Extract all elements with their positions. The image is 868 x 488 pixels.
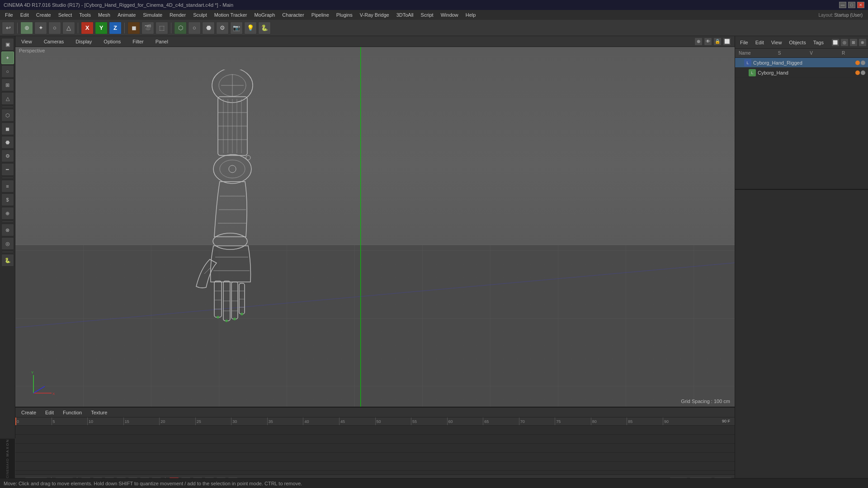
title-text: CINEMA 4D R17.016 Studio (R17) - [Cyborg… bbox=[4, 2, 233, 8]
x-axis-button[interactable]: X bbox=[81, 22, 94, 34]
object-mode-button[interactable]: ◼ bbox=[127, 22, 140, 34]
vp-menu-options[interactable]: Options bbox=[101, 38, 123, 45]
menu-3dtoall[interactable]: 3DToAll bbox=[393, 11, 417, 19]
minimize-button[interactable]: — bbox=[839, 2, 846, 8]
object-item-cyborg-hand[interactable]: L Cyborg_Hand bbox=[735, 68, 868, 78]
obj-menu-view[interactable]: View bbox=[769, 39, 784, 46]
tool-snap[interactable]: ◎ bbox=[1, 237, 14, 250]
geometry-button[interactable]: ⬡ bbox=[174, 22, 187, 34]
vp-menu-display[interactable]: Display bbox=[73, 38, 94, 45]
col-r: R bbox=[842, 51, 845, 56]
vp-menu-filter[interactable]: Filter bbox=[130, 38, 146, 45]
viewport-canvas[interactable]: X Y Grid Spacing : 100 cm bbox=[15, 47, 735, 407]
menu-pipeline[interactable]: Pipeline bbox=[308, 11, 332, 19]
tool-polygon[interactable]: △ bbox=[1, 92, 14, 105]
tool-move[interactable]: ✦ bbox=[1, 52, 14, 64]
tool-bevel[interactable]: ⚙ bbox=[1, 150, 14, 162]
tl-track-3 bbox=[15, 444, 735, 453]
tl-menu-texture[interactable]: Texture bbox=[89, 409, 109, 416]
svg-point-50 bbox=[241, 313, 243, 315]
menu-sculpt[interactable]: Sculpt bbox=[190, 11, 210, 19]
menu-plugins[interactable]: Plugins bbox=[333, 11, 356, 19]
obj-menu-tags[interactable]: Tags bbox=[811, 39, 826, 46]
ruler-mark-90: 90 bbox=[663, 418, 669, 425]
menu-file[interactable]: File bbox=[2, 11, 16, 19]
camera-button[interactable]: 📷 bbox=[230, 22, 243, 34]
tl-track-4 bbox=[15, 453, 735, 462]
vp-menu-panel[interactable]: Panel bbox=[153, 38, 170, 45]
tool-matrix[interactable]: ⊕ bbox=[1, 207, 14, 220]
viewport: View Cameras Display Options Filter Pane… bbox=[15, 36, 735, 407]
maximize-button[interactable]: □ bbox=[848, 2, 855, 8]
menu-character[interactable]: Character bbox=[279, 11, 307, 19]
tool-python[interactable]: 🐍 bbox=[1, 254, 14, 267]
right-panel: File Edit View Objects Tags ⬜ ◎ ⊞ ⊗ ⊕ Na… bbox=[735, 36, 868, 488]
vp-menu-view[interactable]: View bbox=[19, 38, 34, 45]
dot-orange-2 bbox=[855, 70, 860, 75]
python-button[interactable]: 🐍 bbox=[258, 22, 271, 34]
obj-icon-hand: L bbox=[749, 69, 756, 76]
y-axis-button[interactable]: Y bbox=[95, 22, 108, 34]
menu-edit[interactable]: Edit bbox=[17, 11, 32, 19]
menu-tools[interactable]: Tools bbox=[76, 11, 94, 19]
timeline-ruler[interactable]: 0 5 10 15 20 25 30 35 40 45 50 55 60 65 … bbox=[15, 418, 735, 426]
deformer-button[interactable]: ⚙ bbox=[216, 22, 229, 34]
vp-icon-expand[interactable]: ⬜ bbox=[723, 38, 731, 46]
viewport-header: View Cameras Display Options Filter Pane… bbox=[15, 36, 735, 47]
menu-simulate[interactable]: Simulate bbox=[140, 11, 165, 19]
select-all-button[interactable]: △ bbox=[62, 22, 75, 34]
menu-script[interactable]: Script bbox=[418, 11, 437, 19]
menu-vray[interactable]: V-Ray Bridge bbox=[357, 11, 392, 19]
render-button[interactable]: ⬚ bbox=[156, 22, 168, 34]
z-axis-button[interactable]: Z bbox=[109, 22, 122, 34]
undo-button[interactable]: ↩ bbox=[2, 22, 14, 34]
ruler-mark-50: 50 bbox=[375, 418, 381, 425]
tl-menu-create[interactable]: Create bbox=[19, 409, 38, 416]
timeline-tracks[interactable] bbox=[15, 426, 735, 474]
light-button[interactable]: 💡 bbox=[244, 22, 257, 34]
tool-rigging[interactable]: ⊗ bbox=[1, 224, 14, 236]
object-item-cyborg-rigged[interactable]: L Cyborg_Hand_Rigged bbox=[735, 58, 868, 68]
menu-render[interactable]: Render bbox=[166, 11, 189, 19]
obj-icon-3[interactable]: ⊞ bbox=[849, 38, 858, 47]
menu-mesh[interactable]: Mesh bbox=[95, 11, 113, 19]
obj-menu-objects[interactable]: Objects bbox=[787, 39, 808, 46]
spline-button[interactable]: ○ bbox=[188, 22, 201, 34]
menu-mograph[interactable]: MoGraph bbox=[251, 11, 278, 19]
tool-separator-3 bbox=[2, 221, 13, 222]
vp-icon-lock[interactable]: 🔒 bbox=[713, 38, 722, 46]
tl-menu-edit[interactable]: Edit bbox=[43, 409, 56, 416]
obj-menu-edit[interactable]: Edit bbox=[753, 39, 766, 46]
vp-menu-cameras[interactable]: Cameras bbox=[42, 38, 66, 45]
nurbs-button[interactable]: ⬣ bbox=[202, 22, 215, 34]
tool-spline[interactable]: ≡ bbox=[1, 180, 14, 192]
menu-help[interactable]: Help bbox=[462, 11, 479, 19]
move-tool-button[interactable]: ⊕ bbox=[20, 22, 33, 34]
ruler-mark-20: 20 bbox=[159, 418, 165, 425]
rotate-tool-button[interactable]: ○ bbox=[48, 22, 61, 34]
menu-window[interactable]: Window bbox=[438, 11, 462, 19]
tool-paint[interactable]: ◼ bbox=[1, 122, 14, 135]
menu-motion-tracker[interactable]: Motion Tracker bbox=[211, 11, 250, 19]
obj-menu-file[interactable]: File bbox=[738, 39, 750, 46]
obj-icon-2[interactable]: ◎ bbox=[840, 38, 849, 47]
tool-select[interactable]: ▣ bbox=[1, 38, 14, 51]
menu-animate[interactable]: Animate bbox=[114, 11, 139, 19]
tool-brush[interactable]: ⬡ bbox=[1, 109, 14, 122]
close-button[interactable]: ✕ bbox=[857, 2, 864, 8]
menu-select[interactable]: Select bbox=[55, 11, 75, 19]
menu-create[interactable]: Create bbox=[33, 11, 54, 19]
vp-icon-eye[interactable]: 👁 bbox=[704, 38, 712, 46]
obj-icon-4[interactable]: ⊗ bbox=[859, 38, 867, 47]
tl-menu-function[interactable]: Function bbox=[61, 409, 84, 416]
tool-scale[interactable]: ⊞ bbox=[1, 79, 14, 91]
scale-tool-button[interactable]: ✦ bbox=[34, 22, 47, 34]
timeline-cursor[interactable] bbox=[15, 418, 16, 425]
obj-icon-1[interactable]: ⬜ bbox=[831, 38, 840, 47]
render-preview-button[interactable]: 🎬 bbox=[142, 22, 154, 34]
tool-magnet[interactable]: $ bbox=[1, 193, 14, 206]
tool-extrude[interactable]: ⬣ bbox=[1, 136, 14, 149]
tool-knife[interactable]: ━ bbox=[1, 163, 14, 176]
vp-icon-cross[interactable]: ⊕ bbox=[694, 38, 703, 46]
tool-rotate[interactable]: ○ bbox=[1, 65, 14, 78]
